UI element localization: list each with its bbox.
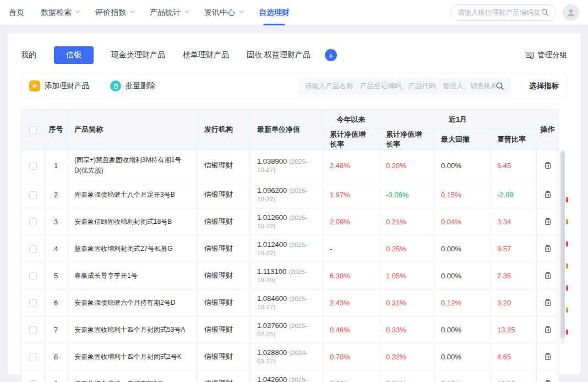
row-checkbox[interactable]: [29, 245, 37, 253]
trash-icon: [543, 352, 552, 361]
nav-item-3[interactable]: 评价指数: [95, 0, 133, 25]
row-checkbox[interactable]: [29, 353, 37, 361]
row-select-cell: [21, 150, 45, 181]
nav-value: 1.012600: [257, 213, 287, 222]
max-drawdown: 0.00%: [434, 343, 491, 370]
delete-row-button[interactable]: [542, 297, 553, 308]
select-metrics-button[interactable]: 选择指标: [529, 81, 559, 91]
add-group-button[interactable]: +: [325, 49, 337, 61]
nav-value: 1.113100: [257, 267, 286, 276]
max-drawdown: 0.12%: [434, 289, 491, 316]
table-row: 5睿赢成长尊享季开1号信银理财1.113100(2025-10-20)6.38%…: [21, 262, 559, 289]
user-avatar[interactable]: [563, 4, 579, 21]
row-select-cell: [21, 370, 45, 382]
table-row: 1(同享+)慧盈象固收增利3M持有期1号D(优先股)信银理财1.038900(2…: [21, 150, 559, 181]
nav-item-label: 资讯中心: [204, 8, 235, 18]
clipped-column-strip: [566, 150, 569, 348]
global-search-box[interactable]: [450, 4, 556, 21]
issuer: 信银理财: [198, 316, 251, 343]
issuer: 信银理财: [198, 370, 251, 382]
sharpe-ratio: 10.82: [491, 370, 537, 382]
delete-row-button[interactable]: [542, 160, 553, 171]
delete-row-button[interactable]: [542, 216, 553, 227]
max-drawdown: 0.00%: [434, 262, 491, 289]
product-name: 慧盈象固收增利封闭式27号私募G: [68, 235, 198, 262]
clipped-text-fragment: [566, 308, 568, 313]
delete-row-button[interactable]: [542, 378, 553, 382]
nav-item-4[interactable]: 产品统计: [150, 0, 188, 25]
nav-item-6[interactable]: 自选理财: [259, 0, 290, 25]
nav-item-label: 自选理财: [259, 8, 290, 18]
add-product-button[interactable]: + 添加理财产品: [29, 80, 89, 92]
nav-item-1[interactable]: 首页: [9, 0, 24, 25]
row-select-cell: [21, 208, 45, 235]
month1-growth: 0.21%: [379, 208, 434, 235]
table-row: 2固盈象强债稳健十八个月定开3号B信银理财1.096200(2025-10-22…: [21, 181, 559, 208]
add-product-icon: +: [29, 80, 40, 92]
row-actions: [537, 370, 559, 382]
max-drawdown: 0.00%: [434, 316, 491, 343]
sharpe-ratio: -2.89: [491, 181, 537, 208]
nav-item-label: 数据检索: [41, 8, 72, 18]
nav-value: 1.084600: [257, 294, 287, 303]
header-select-all: [21, 110, 45, 150]
group-tabs-row: 我的信银现金类理财产品榜单理财产品固收 权益理财产品 + 管理分组: [21, 46, 567, 64]
search-icon[interactable]: [496, 82, 504, 90]
delete-row-button[interactable]: [542, 324, 553, 335]
delete-row-button[interactable]: [542, 189, 553, 200]
manage-groups-button[interactable]: 管理分组: [525, 50, 567, 60]
group-tabs: 我的信银现金类理财产品榜单理财产品固收 权益理财产品: [21, 46, 311, 64]
row-seq: 7: [45, 316, 68, 343]
row-seq: 2: [45, 181, 68, 208]
delete-row-button[interactable]: [542, 243, 553, 254]
delete-row-button[interactable]: [542, 351, 553, 362]
group-tab-3[interactable]: 现金类理财产品: [111, 46, 165, 64]
group-tab-4[interactable]: 榜单理财产品: [183, 46, 229, 64]
group-tab-1[interactable]: 我的: [21, 46, 36, 64]
product-name: 安盈象固收增利十四个月封闭式2号K: [68, 343, 198, 370]
row-checkbox[interactable]: [29, 191, 37, 199]
nav-value: 1.096200: [257, 186, 287, 195]
nav-value: 1.012400: [257, 240, 287, 249]
row-checkbox[interactable]: [29, 326, 37, 334]
row-seq: 8: [45, 343, 68, 370]
row-checkbox[interactable]: [29, 162, 37, 170]
group-tab-5[interactable]: 固收 权益理财产品: [247, 46, 311, 64]
row-checkbox[interactable]: [29, 218, 37, 226]
header-max-drawdown: 最大回撤: [434, 130, 491, 150]
table-toolbar: + 添加理财产品 批量删除 选择指标: [21, 74, 567, 98]
product-name: 固盈象强债稳健十八个月定开3号B: [68, 181, 198, 208]
issuer: 信银理财: [198, 289, 251, 316]
chevron-down-icon: [184, 8, 189, 13]
batch-delete-button[interactable]: 批量删除: [110, 80, 155, 92]
product-search-box[interactable]: [298, 77, 511, 95]
group-tab-2[interactable]: 信银: [54, 46, 94, 64]
manage-groups-label: 管理分组: [537, 50, 567, 60]
ytd-growth: 1.97%: [323, 181, 379, 208]
product-name: 安盈象固收稳利十四个月封闭式53号A: [68, 316, 198, 343]
search-icon: [541, 8, 549, 17]
delete-row-button[interactable]: [542, 270, 553, 281]
add-product-label: 添加理财产品: [45, 81, 89, 91]
product-search-input[interactable]: [305, 82, 496, 90]
product-name: (同享+)慧盈象固收增利3M持有期1号D(优先股): [68, 150, 198, 181]
nav-item-label: 评价指数: [95, 8, 126, 18]
ytd-growth: 2.43%: [323, 289, 379, 316]
vertical-scrollbar-thumb[interactable]: [560, 151, 565, 338]
nav-item-5[interactable]: 资讯中心: [204, 0, 242, 25]
global-search-input[interactable]: [458, 9, 541, 17]
select-all-checkbox[interactable]: [29, 126, 37, 134]
trash-icon: [543, 217, 552, 226]
header-sharpe: 夏普比率: [491, 130, 537, 150]
nav-item-2[interactable]: 数据检索: [41, 0, 79, 25]
row-checkbox[interactable]: [29, 299, 37, 307]
row-actions: [537, 208, 559, 235]
row-checkbox[interactable]: [29, 272, 37, 280]
clipped-text-fragment: [566, 219, 568, 224]
header-group-month1: 近1月: [379, 110, 537, 130]
month1-growth: 1.05%: [379, 262, 434, 289]
max-drawdown: 0.00%: [434, 150, 491, 181]
header-seq: 序号: [45, 110, 68, 150]
header-cum-growth-m1: 累计净值增长率: [379, 130, 434, 150]
table-row: 4慧盈象固收增利封闭式27号私募G信银理财1.012400(2025-10-22…: [21, 235, 559, 262]
